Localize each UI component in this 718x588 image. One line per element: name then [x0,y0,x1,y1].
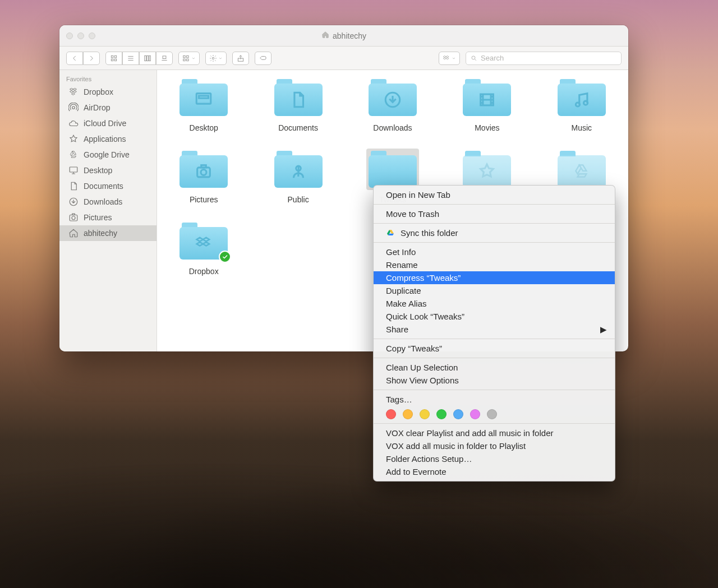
svg-point-14 [472,56,475,59]
view-columns-button[interactable] [139,52,156,65]
dropbox-icon [68,87,79,97]
svg-rect-20 [72,214,75,215]
minimize-window-button[interactable] [77,33,84,39]
ctx-share[interactable]: Share▶ [374,323,615,336]
view-list-button[interactable] [122,52,139,65]
sidebar-item-icloud[interactable]: iCloud Drive [59,115,157,131]
window-controls [66,33,95,39]
tag-blue[interactable] [453,409,463,419]
forward-button[interactable] [83,52,100,65]
folder-music[interactable]: Music [542,77,622,133]
svg-rect-22 [199,96,209,98]
close-window-button[interactable] [66,33,73,39]
tags-color-row [374,406,615,420]
ctx-make-alias[interactable]: Make Alias [374,297,615,310]
svg-point-26 [583,101,587,105]
svg-rect-16 [70,167,77,172]
tag-orange[interactable] [403,409,413,419]
action-button[interactable] [205,52,227,65]
tag-yellow[interactable] [420,409,430,419]
folder-label: Movies [471,123,503,133]
search-icon [471,55,477,62]
tag-red[interactable] [386,409,396,419]
folder-movies[interactable]: Movies [447,77,527,133]
folder-icon [463,79,511,116]
folder-downloads[interactable]: Downloads [353,77,432,133]
window-title: abhitechy [59,31,628,40]
ctx-vox-add[interactable]: VOX add all music in folder to Playlist [374,439,615,452]
google-drive-icon [68,150,79,160]
folder-dropbox[interactable]: Dropbox [164,220,243,276]
svg-point-25 [576,103,579,107]
arrange-button[interactable] [178,52,200,65]
ctx-folder-actions[interactable]: Folder Actions Setup… [374,452,615,465]
cloud-icon [68,118,79,128]
share-button[interactable] [232,52,249,65]
sidebar-item-downloads[interactable]: Downloads [59,194,157,210]
tag-purple[interactable] [470,409,480,419]
folder-label: Desktop [186,123,222,133]
ctx-quick-look[interactable]: Quick Look “Tweaks” [374,310,615,323]
folder-icon [180,151,228,188]
svg-point-15 [72,107,75,109]
dropbox-toolbar-button[interactable] [439,52,460,65]
folder-icon [180,79,228,116]
ctx-get-info[interactable]: Get Info [374,246,615,258]
folder-desktop[interactable]: Desktop [164,77,243,133]
tags-button[interactable] [255,52,271,65]
zoom-window-button[interactable] [89,33,95,39]
folder-icon [180,223,228,260]
sidebar: Favorites Dropbox AirDrop iCloud Drive A… [59,70,157,351]
ctx-rename[interactable]: Rename [374,258,615,271]
folder-pictures[interactable]: Pictures [164,149,243,205]
svg-rect-29 [201,165,206,168]
folder-documents[interactable]: Documents [258,77,338,133]
ctx-move-to-trash[interactable]: Move to Trash [374,207,615,220]
applications-icon [68,134,79,144]
view-buttons [105,52,173,65]
svg-point-19 [72,216,75,220]
ctx-tags[interactable]: Tags… [374,393,615,406]
sidebar-item-label: Documents [84,182,123,191]
sidebar-item-home[interactable]: abhitechy [59,225,157,241]
folder-icon [274,79,323,116]
sidebar-header-favorites: Favorites [59,73,157,84]
ctx-duplicate[interactable]: Duplicate [374,284,615,297]
tag-gray[interactable] [487,409,497,419]
sidebar-item-dropbox[interactable]: Dropbox [59,84,157,100]
tag-green[interactable] [436,409,447,419]
search-field[interactable]: Search [466,52,622,65]
ctx-view-options[interactable]: Show View Options [374,374,615,387]
ctx-vox-clear[interactable]: VOX clear Playlist and add all music in … [374,427,615,439]
sidebar-item-label: Dropbox [84,87,113,96]
submenu-arrow-icon: ▶ [600,325,607,335]
folder-label: Music [568,123,596,133]
folder-label: Dropbox [186,266,222,276]
sidebar-item-label: AirDrop [84,103,110,112]
sidebar-item-googledrive[interactable]: Google Drive [59,147,157,163]
sidebar-item-label: Google Drive [84,150,130,159]
ctx-evernote[interactable]: Add to Evernote [374,465,615,478]
sidebar-item-desktop[interactable]: Desktop [59,163,157,178]
sidebar-item-airdrop[interactable]: AirDrop [59,100,157,115]
ctx-clean-up[interactable]: Clean Up Selection [374,361,615,374]
sidebar-item-label: Desktop [84,166,112,175]
svg-rect-5 [147,55,149,61]
svg-rect-10 [187,55,189,58]
sidebar-item-applications[interactable]: Applications [59,131,157,147]
folder-icon [463,151,511,188]
sidebar-item-pictures[interactable]: Pictures [59,210,157,225]
ctx-copy[interactable]: Copy “Tweaks” [374,342,615,355]
sidebar-item-documents[interactable]: Documents [59,178,157,194]
svg-rect-4 [145,55,146,61]
ctx-sync-this-folder[interactable]: Sync this folder [374,226,615,239]
back-button[interactable] [66,52,83,65]
folder-public[interactable]: Public [258,149,338,205]
svg-rect-3 [114,59,117,61]
ctx-open-new-tab[interactable]: Open in New Tab [374,188,615,201]
toolbar: Search [59,47,628,70]
view-coverflow-button[interactable] [156,52,173,65]
folder-label: Downloads [370,123,415,133]
ctx-compress[interactable]: Compress “Tweaks” [374,271,615,284]
view-icons-button[interactable] [105,52,122,65]
